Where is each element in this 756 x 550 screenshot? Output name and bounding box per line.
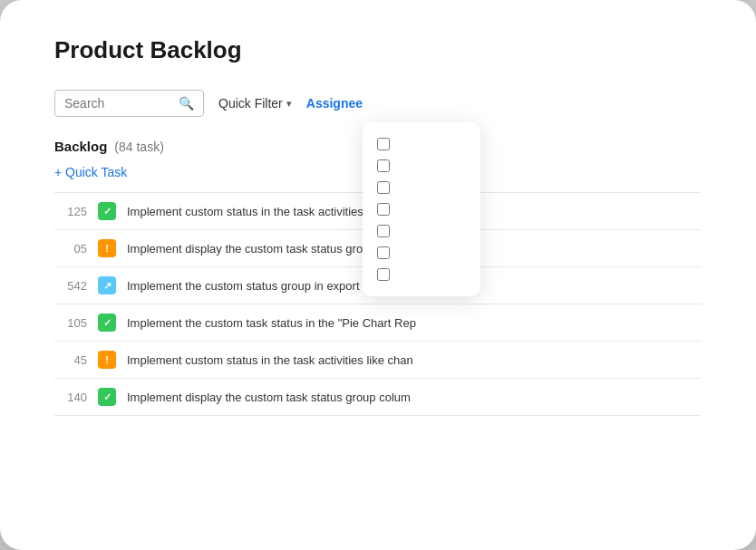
assignee-checkbox-5[interactable]: [377, 225, 390, 237]
task-text: Implement the custom task status in the …: [127, 316, 416, 330]
assignee-checkbox-2[interactable]: [377, 159, 390, 172]
task-type-icon: ↗: [98, 276, 116, 294]
task-type-icon: !: [98, 239, 116, 257]
task-row[interactable]: 45 ! Implement custom status in the task…: [54, 342, 702, 379]
search-box[interactable]: 🔍: [54, 90, 204, 117]
assignee-checkbox-1[interactable]: [377, 138, 390, 150]
task-count: (84 task): [114, 140, 163, 154]
quick-task-button[interactable]: + Quick Task: [54, 165, 127, 179]
task-row[interactable]: 105 ✓ Implement the custom task status i…: [54, 304, 702, 342]
task-id: 05: [54, 242, 87, 256]
dropdown-checkbox-row: [377, 264, 466, 285]
search-input[interactable]: [64, 96, 173, 111]
task-id: 105: [54, 316, 87, 330]
task-type-icon: !: [98, 351, 116, 369]
dropdown-checkbox-row: [377, 133, 466, 155]
dropdown-checkbox-row: [377, 177, 466, 198]
task-id: 125: [54, 205, 87, 218]
chevron-down-icon: ▾: [286, 98, 292, 110]
assignee-checkbox-3[interactable]: [377, 181, 390, 194]
task-id: 140: [54, 391, 87, 404]
task-text: Implement custom status in the task acti…: [127, 205, 384, 218]
page-title: Product Backlog: [54, 36, 702, 64]
toolbar: 🔍 Quick Filter ▾ Assignee: [54, 90, 702, 117]
backlog-section-title: Backlog: [54, 139, 107, 154]
task-type-icon: ✓: [98, 388, 116, 406]
search-icon: 🔍: [179, 96, 194, 111]
assignee-checkbox-7[interactable]: [377, 268, 390, 281]
task-text: Implement display the custom task status…: [127, 391, 411, 404]
assignee-checkbox-6[interactable]: [377, 246, 390, 259]
task-type-icon: ✓: [98, 202, 116, 220]
dropdown-checkbox-row: [377, 242, 466, 264]
quick-filter-button[interactable]: Quick Filter ▾: [218, 96, 292, 111]
dropdown-checkbox-row: [377, 220, 466, 242]
dropdown-checkbox-row: [377, 155, 466, 177]
dropdown-checkbox-row: [377, 198, 466, 220]
task-row[interactable]: 140 ✓ Implement display the custom task …: [54, 379, 702, 416]
assignee-checkbox-4[interactable]: [377, 203, 390, 216]
quick-filter-label: Quick Filter: [218, 96, 283, 111]
assignee-filter-button[interactable]: Assignee: [306, 96, 363, 111]
task-text: Implement custom status in the task acti…: [127, 353, 413, 367]
task-type-icon: ✓: [98, 314, 116, 332]
assignee-dropdown: [363, 122, 480, 296]
task-id: 542: [54, 279, 87, 293]
task-id: 45: [54, 353, 87, 367]
app-window: Product Backlog 🔍 Quick Filter ▾ Assigne…: [0, 0, 756, 550]
